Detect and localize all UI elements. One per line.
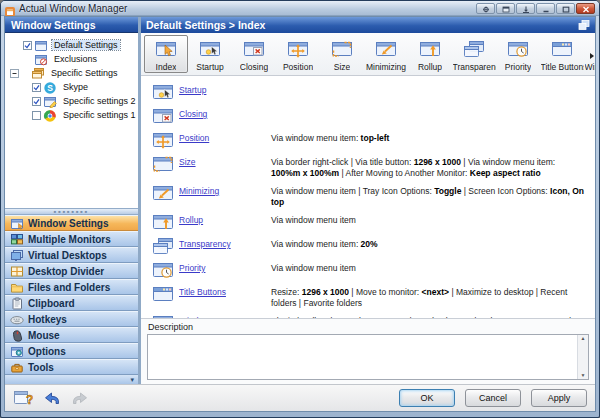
tree-checkbox[interactable] — [32, 97, 41, 106]
toolbar-item-size[interactable]: Size — [320, 35, 364, 73]
clipboard-icon — [9, 297, 24, 310]
sidebar-item-multiple-monitors[interactable]: Multiple Monitors — [5, 231, 138, 247]
tree-item-exclusions[interactable]: Exclusions — [5, 52, 138, 66]
sidebar-item-hotkeys[interactable]: Hotkeys — [5, 311, 138, 327]
help-icon[interactable]: ? — [13, 389, 33, 407]
stay-on-top-button[interactable] — [476, 3, 495, 14]
sidebar-item-window-settings[interactable]: Window Settings — [5, 215, 138, 231]
sidebar-item-tools[interactable]: Tools — [5, 359, 138, 375]
toolbar-item-title-buttons[interactable]: Title Buttons — [540, 35, 584, 73]
send-to-bottom-button[interactable] — [516, 3, 535, 14]
title-buttons-icon — [149, 284, 179, 304]
closing-icon — [149, 106, 179, 126]
chrome-icon — [43, 109, 57, 122]
transparency-link[interactable]: Transparency — [179, 236, 271, 249]
cascade-windows-icon[interactable] — [578, 20, 590, 30]
sidebar-item-label: Clipboard — [28, 298, 75, 309]
priority-link[interactable]: Priority — [179, 260, 271, 273]
toolbar-item-label: Startup — [196, 62, 223, 72]
undo-button[interactable] — [43, 391, 61, 405]
tree-item-specific-settings-1[interactable]: Specific settings 1 — [5, 108, 138, 122]
sidebar-item-label: Mouse — [28, 330, 60, 341]
scroll-down-icon[interactable]: ▼ — [581, 373, 586, 378]
index-row-priority: PriorityVia window menu item — [149, 260, 591, 280]
tree-checkbox[interactable] — [32, 83, 41, 92]
toolbar-item-closing[interactable]: Closing — [232, 35, 276, 73]
main-panel: Default Settings > Index IndexStartupClo… — [141, 17, 595, 384]
sidebar-item-virtual-desktops[interactable]: Virtual Desktops — [5, 247, 138, 263]
tree-checkbox[interactable] — [23, 41, 32, 50]
sidebar: Window Settings Default SettingsExclusio… — [5, 17, 141, 384]
toolbar-item-startup[interactable]: Startup — [188, 35, 232, 73]
tree-item-label: Specific Settings — [49, 68, 120, 78]
sidebar-item-desktop-divider[interactable]: Desktop Divider — [5, 263, 138, 279]
rollup-icon — [149, 212, 179, 232]
title-buttons-link[interactable]: Title Buttons — [179, 284, 271, 297]
sidebar-item-options[interactable]: Options — [5, 343, 138, 359]
index-row-minimizing: MinimizingVia window menu item | Tray Ic… — [149, 183, 591, 208]
ok-button[interactable]: OK — [399, 389, 455, 407]
toolbar-item-transparency[interactable]: Transparency — [452, 35, 496, 73]
skype-icon: S — [43, 81, 57, 94]
index-row-startup: Startup — [149, 82, 591, 102]
startup-icon — [198, 39, 222, 61]
closing-link[interactable]: Closing — [179, 106, 271, 119]
index-row-rollup: RollupVia window menu item — [149, 212, 591, 232]
titlebar[interactable]: Actual Window Manager — [1, 1, 599, 16]
minimize-button[interactable] — [536, 3, 555, 14]
row-description — [271, 82, 591, 85]
settings-toolbar: IndexStartupClosingPositionSizeMinimizin… — [141, 33, 595, 76]
toolbar-overflow-arrow-icon[interactable] — [590, 53, 594, 59]
rollup-button[interactable] — [496, 3, 515, 14]
sidebar-item-label: Multiple Monitors — [28, 234, 111, 245]
tree-item-specific-settings-2[interactable]: Specific settings 2 — [5, 94, 138, 108]
scroll-up-icon[interactable]: ▲ — [581, 336, 586, 341]
folder-windows-icon — [31, 67, 45, 80]
toolbar-item-minimizing[interactable]: Minimizing — [364, 35, 408, 73]
tree-checkbox[interactable] — [32, 111, 41, 120]
apply-button[interactable]: Apply — [531, 389, 587, 407]
toolbar-item-position[interactable]: Position — [276, 35, 320, 73]
toolbar-item-index[interactable]: Index — [144, 35, 188, 73]
tree-item-label: Exclusions — [52, 54, 99, 64]
window-menu-icon — [594, 39, 595, 61]
description-input[interactable] — [148, 335, 576, 379]
virtual-desktops-icon — [9, 249, 24, 262]
tree-expander-icon[interactable] — [10, 69, 19, 78]
sidebar-item-mouse[interactable]: Mouse — [5, 327, 138, 343]
tree-item-label: Specific settings 2 — [61, 96, 138, 106]
sidebar-item-files-and-folders[interactable]: Files and Folders — [5, 279, 138, 295]
maximize-button[interactable] — [556, 3, 575, 14]
transparency-icon — [149, 236, 179, 256]
files-folders-icon — [9, 281, 24, 294]
toolbar-item-priority[interactable]: Priority — [496, 35, 540, 73]
minimizing-link[interactable]: Minimizing — [179, 183, 271, 196]
description-section: Description ▲ ▼ — [141, 318, 595, 384]
pane-splitter[interactable]: ■■■■■■■■ — [5, 208, 138, 215]
tree-item-label: Specific settings 1 — [61, 110, 138, 120]
tree-item-specific-settings[interactable]: Specific Settings — [5, 66, 138, 80]
cancel-button[interactable]: Cancel — [465, 389, 521, 407]
index-row-title-buttons: Title ButtonsResize: 1296 x 1000 | Move … — [149, 284, 591, 309]
size-icon — [149, 154, 179, 174]
position-link[interactable]: Position — [179, 130, 271, 143]
tb-rollup-icon — [502, 0, 510, 17]
index-icon — [154, 39, 178, 61]
size-link[interactable]: Size — [179, 154, 271, 167]
mouse-icon — [9, 329, 24, 342]
startup-link[interactable]: Startup — [179, 82, 271, 95]
tree-item-skype[interactable]: SSkype — [5, 80, 138, 94]
sidebar-item-clipboard[interactable]: Clipboard — [5, 295, 138, 311]
toolbar-item-label: Window Menu — [585, 62, 596, 72]
minimizing-icon — [149, 183, 179, 203]
close-button[interactable] — [576, 3, 595, 14]
window-icon — [34, 39, 48, 52]
description-scrollbar[interactable]: ▲ ▼ — [577, 335, 588, 379]
rollup-link[interactable]: Rollup — [179, 212, 271, 225]
tree-item-default-settings[interactable]: Default Settings — [5, 38, 138, 52]
configure-buttons-chevron-icon[interactable]: ▾ — [130, 376, 134, 383]
toolbar-item-rollup[interactable]: Rollup — [408, 35, 452, 73]
toolbar-item-label: Title Buttons — [541, 62, 584, 72]
index-list: StartupClosingPositionVia window menu it… — [141, 76, 595, 318]
redo-button[interactable] — [71, 391, 89, 405]
